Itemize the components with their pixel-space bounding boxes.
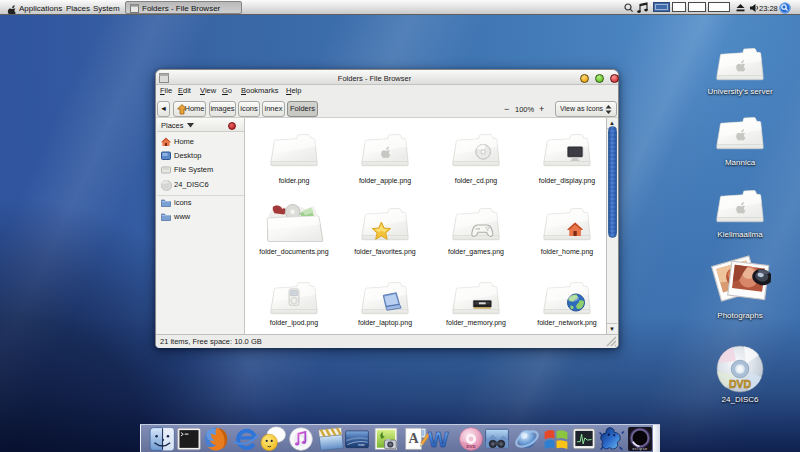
svg-text:DVD: DVD [466,444,475,449]
svg-text:W: W [428,427,449,452]
svg-text:eclipse: eclipse [632,447,647,451]
svg-text:new: new [358,443,365,447]
svg-text:A: A [408,430,419,446]
